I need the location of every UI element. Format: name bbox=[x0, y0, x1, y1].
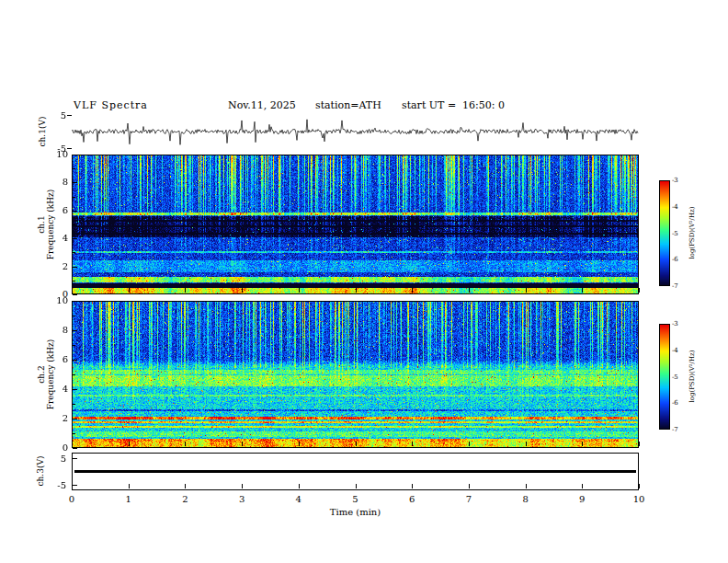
ch3-flatline bbox=[74, 470, 636, 473]
colorbar-tick-label: -5 bbox=[672, 373, 678, 381]
x-tick-label: 8 bbox=[515, 494, 537, 504]
figure-station: station=ATH bbox=[315, 99, 381, 111]
ch2-colorbar-canvas bbox=[660, 325, 669, 429]
y-tick-label: -5 bbox=[42, 480, 66, 490]
x-tick-mark bbox=[469, 288, 470, 293]
x-tick-mark bbox=[299, 442, 300, 446]
x-tick-label: 10 bbox=[628, 494, 650, 504]
y-tick-label: 2 bbox=[44, 413, 68, 423]
ch1-frequency-axis-label-line1: ch.1 bbox=[37, 190, 46, 260]
y-tick-label: -5 bbox=[42, 144, 66, 154]
y-tick-label: 4 bbox=[44, 384, 68, 394]
ch2-frequency-axis-label-line2: Frequency (kHz) bbox=[46, 339, 55, 410]
x-tick-mark bbox=[582, 442, 583, 446]
x-tick-mark bbox=[412, 484, 413, 488]
x-tick-mark bbox=[129, 288, 130, 293]
y-minor-tick-mark bbox=[73, 345, 75, 346]
colorbar-tick-label: -3 bbox=[672, 320, 678, 327]
x-tick-mark bbox=[129, 442, 130, 446]
y-tick-mark bbox=[73, 330, 77, 331]
x-tick-mark bbox=[639, 288, 640, 293]
y-tick-mark bbox=[73, 458, 77, 459]
colorbar-tick-label: -4 bbox=[672, 347, 678, 354]
x-tick-label: 0 bbox=[61, 494, 83, 504]
ch1-colorbar-canvas bbox=[660, 181, 669, 285]
x-tick-mark bbox=[356, 442, 357, 446]
y-tick-mark bbox=[73, 155, 77, 155]
x-tick-label: 9 bbox=[571, 494, 593, 504]
x-tick-mark bbox=[242, 288, 243, 293]
x-tick-label: 5 bbox=[345, 494, 367, 504]
y-tick-mark bbox=[73, 238, 77, 239]
x-tick-mark bbox=[72, 288, 73, 293]
x-tick-mark bbox=[242, 484, 243, 488]
x-tick-label: 4 bbox=[288, 494, 310, 504]
x-tick-mark bbox=[469, 442, 470, 446]
figure-date: Nov.11, 2025 bbox=[228, 99, 296, 111]
ch1-frequency-axis-label-line2: Frequency (kHz) bbox=[46, 190, 55, 260]
x-tick-mark bbox=[356, 288, 357, 293]
y-tick-label: 10 bbox=[44, 295, 68, 305]
ch2-colorbar-label: log(PSD)(V²/Hz) bbox=[688, 350, 697, 403]
y-tick-label: 2 bbox=[44, 261, 68, 271]
y-tick-label: 5 bbox=[42, 110, 66, 121]
x-tick-label: 6 bbox=[401, 494, 423, 504]
y-minor-tick-mark bbox=[73, 281, 75, 282]
x-tick-mark bbox=[412, 442, 413, 446]
x-tick-mark bbox=[412, 288, 413, 293]
y-tick-mark bbox=[73, 211, 77, 212]
y-tick-mark bbox=[73, 301, 77, 302]
y-tick-mark bbox=[73, 419, 77, 419]
y-minor-tick-mark bbox=[73, 404, 75, 405]
colorbar-tick-label: -3 bbox=[672, 177, 678, 184]
y-tick-mark bbox=[73, 448, 77, 449]
colorbar-tick-label: -4 bbox=[672, 203, 678, 211]
x-tick-mark bbox=[185, 288, 186, 293]
y-tick-label: 6 bbox=[44, 354, 68, 364]
colorbar-tick-label: -6 bbox=[672, 399, 678, 407]
y-tick-mark bbox=[73, 485, 77, 486]
x-tick-label: 2 bbox=[174, 494, 196, 504]
y-tick-mark bbox=[67, 115, 72, 116]
y-minor-tick-mark bbox=[73, 374, 75, 375]
y-tick-label: 4 bbox=[44, 233, 68, 243]
x-tick-mark bbox=[299, 288, 300, 293]
y-minor-tick-mark bbox=[73, 433, 75, 434]
x-tick-label: 3 bbox=[231, 494, 253, 504]
y-minor-tick-mark bbox=[73, 224, 75, 225]
ch1-waveform-panel bbox=[72, 115, 639, 148]
x-tick-mark bbox=[129, 484, 130, 488]
x-tick-mark bbox=[526, 484, 527, 488]
x-tick-mark bbox=[582, 288, 583, 293]
ch1-spectrogram-canvas bbox=[73, 155, 638, 293]
y-tick-mark bbox=[73, 389, 77, 390]
x-tick-mark bbox=[72, 442, 73, 446]
y-tick-mark bbox=[73, 267, 77, 268]
x-tick-mark bbox=[185, 442, 186, 446]
ch1-waveform-canvas bbox=[72, 115, 639, 148]
colorbar-tick-label: -6 bbox=[672, 256, 678, 263]
x-tick-mark bbox=[356, 484, 357, 488]
y-tick-label: 0 bbox=[44, 442, 68, 453]
y-tick-label: 8 bbox=[44, 325, 68, 335]
ch1-colorbar bbox=[659, 180, 670, 286]
ch2-frequency-axis-label: ch.2 Frequency (kHz) bbox=[37, 339, 55, 410]
time-axis-label: Time (min) bbox=[309, 507, 402, 517]
y-tick-label: 6 bbox=[44, 205, 68, 215]
ch1-voltage-axis-label: ch.1(V) bbox=[38, 117, 47, 147]
ch2-spectrogram-canvas bbox=[73, 302, 638, 447]
figure-title: VLF Spectra bbox=[74, 99, 148, 111]
y-tick-label: 5 bbox=[42, 454, 66, 464]
y-tick-mark bbox=[73, 182, 77, 183]
ch1-frequency-axis-label: ch.1 Frequency (kHz) bbox=[37, 190, 55, 260]
x-tick-mark bbox=[526, 442, 527, 446]
y-tick-mark bbox=[73, 294, 77, 295]
x-tick-mark bbox=[639, 442, 640, 446]
y-tick-label: 8 bbox=[44, 177, 68, 187]
y-minor-tick-mark bbox=[73, 168, 75, 169]
colorbar-tick-label: -7 bbox=[672, 426, 678, 433]
x-tick-mark bbox=[185, 484, 186, 488]
figure-start-ut: start UT = 16:50: 0 bbox=[402, 99, 505, 111]
x-tick-mark bbox=[299, 484, 300, 488]
x-tick-mark bbox=[582, 484, 583, 488]
